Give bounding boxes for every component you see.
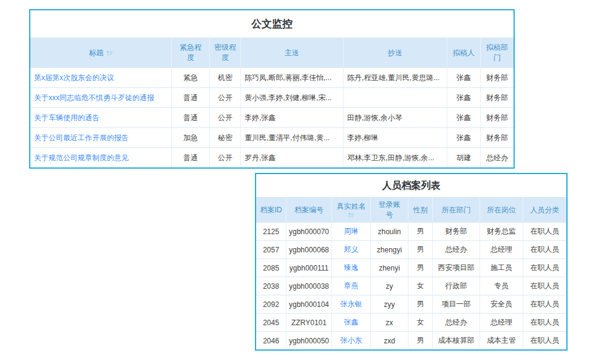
cell-secrecy: 秘密 (210, 128, 241, 147)
col-header-main-recipients: 主送 (241, 38, 344, 67)
doc-monitor-title: 公文监控 (30, 10, 514, 38)
cell-position: 成本主管 (480, 332, 523, 349)
personnel-table-body: 2125 ygbh000070 周琳 zhoulin 男 财务部 财务总监 在职… (256, 222, 566, 349)
cell-archive-id: 2085 (256, 259, 287, 277)
cell-drafter: 张鑫 (447, 68, 481, 87)
table-row: 关于xxx同志临危不惧勇斗歹徒的通报 普通 公开 黄小强,李婷,刘健,柳琳,宋.… (30, 87, 514, 107)
sort-icon[interactable] (106, 50, 113, 56)
cell-personnel-category: 在职人员 (523, 277, 566, 295)
cell-cc (344, 88, 447, 107)
cell-draft-dept: 总经办 (481, 148, 514, 167)
table-row: 2092 ygbh000104 张永银 zyy 男 项目一部 安全员 在职人员 (256, 295, 566, 313)
cell-archive-code: ygbh000104 (287, 295, 332, 313)
cell-real-name-link[interactable]: 郑义 (332, 241, 371, 258)
cell-personnel-category: 在职人员 (523, 332, 566, 349)
cell-gender: 女 (409, 314, 433, 331)
cell-drafter: 张鑫 (447, 88, 481, 107)
cell-department: 总经办 (433, 314, 480, 331)
cell-draft-dept: 财务部 (481, 108, 514, 127)
cell-secrecy: 机密 (210, 68, 241, 87)
cell-archive-code: ygbh000050 (287, 332, 332, 349)
cell-login-account: zyy (371, 295, 409, 313)
cell-real-name-link[interactable]: 张小东 (332, 332, 371, 349)
cell-personnel-category: 在职人员 (523, 259, 566, 277)
cell-archive-id: 2057 (256, 241, 287, 258)
doc-table-header: 标题 紧急程度 密级程度 主送 抄送 拟稿人 拟稿部门 (30, 38, 514, 67)
cell-personnel-category: 在职人员 (523, 241, 566, 258)
cell-login-account: zxd (371, 332, 409, 349)
table-row: 第x届第x次股东会的决议 紧急 机密 陈巧凤,断郎,蒋丽,李佳怡,... 陈丹,… (30, 67, 514, 87)
col-header-department: 所在部门 (433, 198, 480, 222)
col-header-draft-dept: 拟稿部门 (481, 38, 514, 67)
cell-personnel-category: 在职人员 (523, 295, 566, 313)
cell-login-account: zhengyi (371, 241, 409, 258)
cell-title-link[interactable]: 关于规范公司规章制度的意见 (30, 148, 172, 167)
table-row: 2085 ygbh000111 臻逸 zhenyi 男 西安项目部 施工员 在职… (256, 258, 566, 277)
col-header-title[interactable]: 标题 (30, 38, 172, 67)
cell-archive-code: ygbh000070 (287, 223, 332, 240)
cell-real-name-link[interactable]: 周琳 (332, 223, 371, 240)
cell-main-recipients: 李婷,张鑫 (241, 108, 344, 127)
cell-cc: 陈丹,程亚雄,董川民,黄思璐... (344, 68, 447, 87)
col-header-gender: 性别 (409, 198, 433, 222)
cell-archive-code: ygbh000111 (287, 259, 332, 277)
cell-position: 安全员 (480, 295, 523, 313)
cell-personnel-category: 在职人员 (523, 223, 566, 240)
cell-secrecy: 公开 (210, 88, 241, 107)
cell-archive-id: 2038 (256, 277, 287, 295)
cell-draft-dept: 财务部 (481, 88, 514, 107)
cell-drafter: 胡建 (447, 148, 481, 167)
col-header-archive-code: 档案编号 (287, 198, 332, 222)
cell-title-link[interactable]: 关于xxx同志临危不惧勇斗歹徒的通报 (30, 88, 172, 107)
cell-position: 总经理 (480, 241, 523, 258)
cell-login-account: zhenyi (371, 259, 409, 277)
table-row: 2046 ygbh000050 张小东 zxd 男 成本核算部 成本主管 在职人… (256, 331, 566, 349)
col-header-login-account: 登录账号 (371, 198, 409, 222)
cell-draft-dept: 财务部 (481, 68, 514, 87)
personnel-archive-title: 人员档案列表 (256, 174, 566, 198)
cell-login-account: zhoulin (371, 223, 409, 240)
cell-urgency: 紧急 (172, 68, 210, 87)
cell-real-name-link[interactable]: 张鑫 (332, 314, 371, 331)
cell-login-account: zy (371, 277, 409, 295)
table-row: 关于车辆使用的通告 普通 公开 李婷,张鑫 田静,游恢,余小琴 张鑫 财务部 (30, 107, 514, 127)
sort-icon[interactable] (348, 212, 354, 218)
cell-real-name-link[interactable]: 张永银 (332, 295, 371, 313)
cell-urgency: 普通 (172, 108, 210, 127)
cell-position: 总经理 (480, 314, 523, 331)
col-header-archive-id: 档案ID (256, 198, 287, 222)
col-header-cc: 抄送 (344, 38, 447, 67)
cell-main-recipients: 陈巧凤,断郎,蒋丽,李佳怡,... (241, 68, 344, 87)
cell-position: 财务总监 (480, 223, 523, 240)
cell-real-name-link[interactable]: 臻逸 (332, 259, 371, 277)
cell-title-link[interactable]: 关于公司最近工作开展的报告 (30, 128, 172, 147)
personnel-table-header: 档案ID 档案编号 真实姓名 登录账号 性别 所在部门 所在岗位 人员分类 (256, 198, 566, 222)
cell-archive-code: ygbh000068 (287, 241, 332, 258)
cell-title-link[interactable]: 关于车辆使用的通告 (30, 108, 172, 127)
cell-department: 总经办 (433, 241, 480, 258)
cell-main-recipients: 罗丹,张鑫 (241, 148, 344, 167)
cell-department: 西安项目部 (433, 259, 480, 277)
doc-table-body: 第x届第x次股东会的决议 紧急 机密 陈巧凤,断郎,蒋丽,李佳怡,... 陈丹,… (30, 67, 514, 167)
cell-real-name-link[interactable]: 章燕 (332, 277, 371, 295)
cell-archive-id: 2092 (256, 295, 287, 313)
cell-cc: 田静,游恢,余小琴 (344, 108, 447, 127)
cell-archive-id: 2045 (256, 314, 287, 331)
cell-gender: 男 (409, 223, 433, 240)
cell-archive-code: ZZRY0101 (287, 314, 332, 331)
cell-drafter: 张鑫 (447, 108, 481, 127)
cell-department: 成本核算部 (433, 332, 480, 349)
table-row: 2045 ZZRY0101 张鑫 zx 女 总经办 总经理 在职人员 (256, 313, 566, 331)
cell-gender: 男 (409, 259, 433, 277)
cell-urgency: 普通 (172, 88, 210, 107)
cell-personnel-category: 在职人员 (523, 314, 566, 331)
table-row: 关于规范公司规章制度的意见 普通 公开 罗丹,张鑫 邓林,李卫东,田静,游恢,余… (30, 147, 514, 167)
personnel-archive-card: 人员档案列表 档案ID 档案编号 真实姓名 登录账号 性别 所在部门 所在岗位 … (255, 173, 568, 351)
cell-urgency: 普通 (172, 148, 210, 167)
cell-archive-id: 2046 (256, 332, 287, 349)
cell-gender: 女 (409, 277, 433, 295)
table-row: 2125 ygbh000070 周琳 zhoulin 男 财务部 财务总监 在职… (256, 222, 566, 240)
cell-title-link[interactable]: 第x届第x次股东会的决议 (30, 68, 172, 87)
col-header-real-name[interactable]: 真实姓名 (332, 198, 371, 222)
cell-gender: 男 (409, 241, 433, 258)
